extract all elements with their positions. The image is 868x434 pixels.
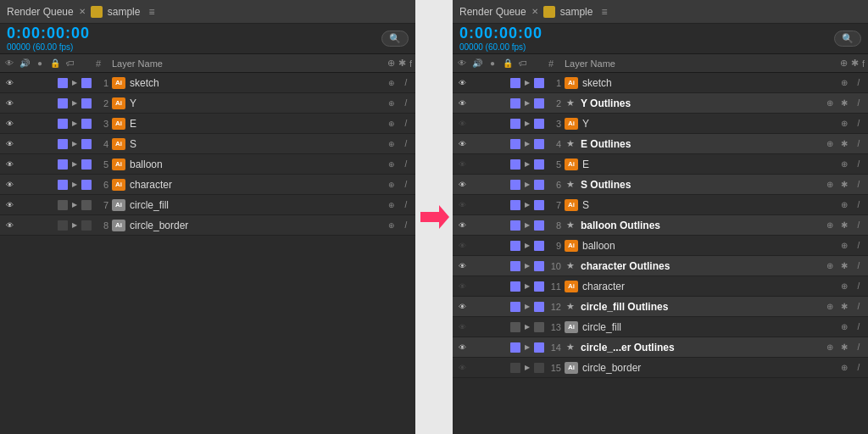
- solo-icon[interactable]: ⊕: [824, 260, 836, 272]
- vis-icon[interactable]: 👁: [3, 179, 15, 191]
- collapse-icon[interactable]: ▶: [522, 159, 532, 170]
- solo-icon[interactable]: ⊕: [386, 159, 398, 170]
- vis-icon[interactable]: 👁: [456, 342, 468, 353]
- solo-icon[interactable]: ⊕: [838, 240, 850, 252]
- left-timecode[interactable]: 0:00:00:00: [7, 25, 90, 42]
- layer-name[interactable]: Y: [580, 118, 837, 130]
- edit-icon[interactable]: /: [853, 260, 865, 272]
- solo-icon[interactable]: ⊕: [386, 179, 398, 191]
- right-sample-tab[interactable]: sample: [560, 6, 593, 18]
- vis-icon[interactable]: 👁: [456, 321, 468, 333]
- vis-icon[interactable]: 👁: [456, 118, 468, 130]
- collapse-icon[interactable]: ▶: [70, 139, 80, 149]
- layer-name[interactable]: balloon: [580, 240, 837, 252]
- edit-icon[interactable]: /: [400, 138, 412, 150]
- solo-icon[interactable]: ⊕: [838, 281, 850, 292]
- vis-icon[interactable]: 👁: [456, 281, 468, 292]
- edit-icon[interactable]: /: [400, 118, 412, 130]
- layer-name[interactable]: sketch: [580, 77, 837, 89]
- edit-icon[interactable]: /: [400, 159, 412, 170]
- right-tab-close[interactable]: ✕: [531, 7, 538, 16]
- edit-icon[interactable]: /: [853, 118, 865, 130]
- layer-name[interactable]: balloon: [127, 159, 384, 170]
- left-render-queue-tab[interactable]: Render Queue: [7, 6, 74, 18]
- collapse-icon[interactable]: ▶: [70, 200, 80, 210]
- layer-name[interactable]: circle_fill Outlines: [578, 301, 822, 313]
- shy-icon[interactable]: ✱: [838, 138, 850, 150]
- edit-icon[interactable]: /: [400, 77, 412, 89]
- layer-name[interactable]: S: [127, 138, 384, 150]
- solo-icon[interactable]: ⊕: [386, 97, 398, 109]
- layer-name[interactable]: circle_border: [127, 220, 384, 231]
- layer-name-character[interactable]: character: [580, 281, 837, 292]
- solo-icon[interactable]: ⊕: [824, 179, 836, 191]
- layer-name[interactable]: circle_border: [580, 362, 837, 374]
- vis-icon[interactable]: 👁: [456, 220, 468, 231]
- layer-name[interactable]: E: [127, 118, 384, 130]
- right-timecode[interactable]: 0:00:00:00: [459, 25, 542, 42]
- table-row[interactable]: 👁 ▶ 4 ★ E Outlines ⊕✱/: [453, 134, 868, 154]
- layer-name[interactable]: sketch: [127, 77, 384, 89]
- collapse-icon[interactable]: ▶: [522, 78, 532, 88]
- table-row[interactable]: 👁 ▶ 1 Ai sketch ⊕/: [453, 73, 868, 93]
- vis-icon[interactable]: 👁: [3, 220, 15, 231]
- layer-name[interactable]: Y Outlines: [578, 97, 822, 109]
- vis-icon[interactable]: 👁: [456, 362, 468, 374]
- edit-icon[interactable]: /: [400, 199, 412, 211]
- layer-name[interactable]: E: [580, 159, 837, 170]
- table-row[interactable]: 👁 ▶ 2 ★ Y Outlines ⊕✱/: [453, 93, 868, 114]
- collapse-icon[interactable]: ▶: [522, 180, 532, 190]
- vis-icon[interactable]: 👁: [3, 77, 15, 89]
- collapse-icon[interactable]: ▶: [522, 98, 532, 108]
- table-row[interactable]: 👁 ▶ 9 Ai balloon ⊕/: [453, 236, 868, 256]
- solo-icon[interactable]: ⊕: [838, 321, 850, 333]
- layer-name[interactable]: circle_...er Outlines: [578, 342, 822, 353]
- vis-icon[interactable]: 👁: [456, 179, 468, 191]
- collapse-icon[interactable]: ▶: [70, 220, 80, 231]
- shy-icon[interactable]: ✱: [838, 301, 850, 313]
- collapse-icon[interactable]: ▶: [522, 241, 532, 251]
- collapse-icon[interactable]: ▶: [70, 159, 80, 170]
- right-render-queue-tab[interactable]: Render Queue: [459, 6, 526, 18]
- layer-name[interactable]: E Outlines: [578, 138, 822, 150]
- table-row[interactable]: 👁 ▶ 5 Ai balloon ⊕ /: [0, 154, 415, 175]
- table-row[interactable]: 👁 ▶ 6 Ai character ⊕ /: [0, 175, 415, 195]
- edit-icon[interactable]: /: [853, 342, 865, 353]
- layer-name[interactable]: Y: [127, 97, 384, 109]
- edit-icon[interactable]: /: [853, 159, 865, 170]
- shy-icon[interactable]: ✱: [838, 220, 850, 231]
- table-row[interactable]: 👁 ▶ 13 Ai circle_fill ⊕/: [453, 317, 868, 337]
- left-sample-tab[interactable]: sample: [108, 6, 141, 18]
- solo-icon[interactable]: ⊕: [838, 159, 850, 170]
- table-row[interactable]: 👁 ▶ 3 Ai E ⊕ /: [0, 114, 415, 134]
- vis-icon[interactable]: 👁: [3, 138, 15, 150]
- shy-icon[interactable]: ✱: [838, 97, 850, 109]
- edit-icon[interactable]: /: [853, 281, 865, 292]
- table-row[interactable]: 👁 ▶ 2 Ai Y ⊕ /: [0, 93, 415, 114]
- vis-icon[interactable]: 👁: [3, 199, 15, 211]
- solo-icon[interactable]: ⊕: [824, 97, 836, 109]
- table-row[interactable]: 👁 ▶ 4 Ai S ⊕ /: [0, 134, 415, 154]
- right-tab-menu-icon[interactable]: ≡: [601, 6, 607, 18]
- edit-icon[interactable]: /: [853, 199, 865, 211]
- edit-icon[interactable]: /: [400, 97, 412, 109]
- shy-icon[interactable]: ✱: [838, 260, 850, 272]
- left-tab-menu-icon[interactable]: ≡: [148, 6, 154, 18]
- table-row[interactable]: 👁 ▶ 1 Ai sketch ⊕ /: [0, 73, 415, 93]
- table-row[interactable]: 👁 ▶ 8 Ai circle_border ⊕ /: [0, 215, 415, 236]
- layer-name[interactable]: S Outlines: [578, 179, 822, 191]
- solo-icon[interactable]: ⊕: [386, 118, 398, 130]
- edit-icon[interactable]: /: [853, 179, 865, 191]
- vis-icon[interactable]: 👁: [3, 159, 15, 170]
- edit-icon[interactable]: /: [853, 240, 865, 252]
- table-row[interactable]: 👁 ▶ 3 Ai Y ⊕/: [453, 114, 868, 134]
- table-row[interactable]: 👁 ▶ 12 ★ circle_fill Outlines ⊕✱/: [453, 297, 868, 317]
- solo-icon[interactable]: ⊕: [824, 342, 836, 353]
- layer-name-character-outlines[interactable]: character Outlines: [578, 260, 822, 272]
- edit-icon[interactable]: /: [853, 97, 865, 109]
- vis-icon[interactable]: 👁: [3, 97, 15, 109]
- left-tab-close[interactable]: ✕: [79, 7, 86, 16]
- edit-icon[interactable]: /: [400, 179, 412, 191]
- edit-icon[interactable]: /: [400, 220, 412, 231]
- edit-icon[interactable]: /: [853, 362, 865, 374]
